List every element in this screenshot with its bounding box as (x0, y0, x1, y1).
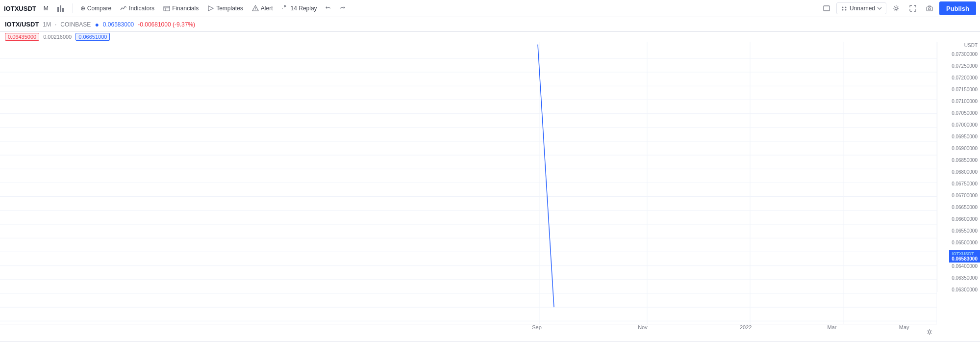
price-tick-3: 0.07200000 (952, 75, 978, 80)
price-tick-8: 0.06950000 (952, 134, 978, 139)
exchange-name: COINBASE (60, 21, 91, 28)
price-tick-17: 0.06500000 (952, 240, 978, 245)
price-tick-20: 0.06350000 (952, 275, 978, 281)
svg-point-12 (842, 7, 844, 8)
settings-button[interactable] (889, 1, 903, 15)
price-tick-15: 0.06600000 (952, 216, 978, 222)
indicators-icon (120, 5, 127, 12)
bar-chart-icon (57, 5, 65, 12)
chart-type-button[interactable] (54, 3, 69, 14)
price-axis: USDT 0.07300000 0.07250000 0.07200000 0.… (937, 42, 980, 292)
svg-point-7 (255, 9, 255, 10)
time-axis: Sep Nov 2022 Mar May (0, 324, 937, 341)
templates-button[interactable]: Templates (204, 3, 247, 14)
iotx-pair-label: IOTXUSDT (952, 251, 978, 256)
symbol-name: IOTX/USDT (5, 21, 39, 28)
replay-button[interactable]: 14 Replay (278, 3, 321, 14)
price-tick-9: 0.06900000 (952, 146, 978, 151)
gear-icon (893, 5, 900, 12)
undo-icon (325, 5, 332, 12)
timeframe-display: 1M (43, 21, 51, 28)
usdt-label: USDT (964, 43, 978, 48)
svg-point-14 (842, 9, 844, 11)
price-tick-14: 0.06650000 (952, 205, 978, 210)
chevron-down-icon (877, 7, 882, 10)
price-tick-6: 0.07050000 (952, 110, 978, 116)
price-tick-2: 0.07250000 (952, 63, 978, 69)
chart-container: USDT 0.07300000 0.07250000 0.07200000 0.… (0, 42, 980, 324)
exchange-label: · (55, 21, 56, 28)
current-price: 0.06583000 (103, 21, 134, 28)
price-tick-5: 0.07100000 (952, 99, 978, 104)
unnamed-label: Unnamed (850, 5, 875, 12)
price-tick-19: 0.06400000 (952, 263, 978, 269)
redo-icon (339, 5, 346, 12)
price-tick-13: 0.06700000 (952, 193, 978, 198)
svg-rect-3 (164, 6, 170, 11)
svg-point-18 (929, 8, 930, 10)
symbol-bar: IOTX/USDT 1M · COINBASE ● 0.06583000 -0.… (0, 17, 980, 32)
svg-point-15 (845, 9, 847, 11)
layout-selector[interactable]: Unnamed (836, 2, 886, 14)
fullscreen-toggle[interactable] (820, 1, 833, 15)
chart-svg (0, 42, 937, 324)
rectangle-icon (823, 5, 830, 11)
camera-icon (926, 5, 933, 11)
svg-point-44 (929, 331, 931, 333)
price-tick-10: 0.06850000 (952, 158, 978, 163)
screenshot-button[interactable] (923, 1, 936, 15)
undo-button[interactable] (323, 3, 334, 14)
timeframe-label: M (44, 5, 49, 12)
svg-rect-2 (62, 8, 64, 12)
chart-area[interactable] (0, 42, 937, 324)
time-sep: Sep (532, 324, 542, 330)
compare-button[interactable]: ⊕ Compare (77, 3, 115, 14)
redo-button[interactable] (336, 3, 348, 14)
price-change: -0.00681000 (-9.37%) (138, 21, 195, 28)
alert-button[interactable]: Alert (249, 3, 276, 14)
time-may: May (899, 324, 909, 330)
layout-icon (841, 5, 848, 11)
close-price: 0.06651000 (75, 33, 110, 41)
svg-point-16 (895, 7, 898, 10)
expand-button[interactable] (906, 1, 920, 15)
right-toolbar: Unnamed Publish (820, 1, 976, 15)
chart-gear-icon (926, 329, 933, 336)
price-tick-11: 0.06800000 (952, 169, 978, 175)
price-tick-12: 0.06750000 (952, 181, 978, 186)
financials-icon (163, 5, 170, 12)
open-price: 0.06435000 (5, 33, 39, 41)
price-tick-4: 0.07150000 (952, 87, 978, 92)
svg-rect-0 (57, 7, 59, 12)
sep1 (73, 3, 73, 13)
price-tick-7: 0.07000000 (952, 122, 978, 128)
time-nov: Nov (638, 324, 648, 330)
svg-rect-11 (824, 6, 829, 11)
val2: 0.00216000 (43, 34, 72, 40)
status-dot: ● (95, 21, 99, 28)
indicators-button[interactable]: Indicators (117, 3, 158, 14)
price-tick-16: 0.06550000 (952, 228, 978, 234)
templates-icon (207, 5, 214, 12)
replay-icon (282, 5, 289, 12)
svg-point-13 (845, 7, 847, 8)
financials-button[interactable]: Financials (160, 3, 202, 14)
alert-icon (252, 5, 259, 12)
price-tick-1: 0.07300000 (952, 52, 978, 57)
timeframe-button[interactable]: M (40, 3, 52, 14)
chart-settings-button[interactable] (926, 329, 933, 337)
svg-marker-9 (326, 6, 327, 9)
expand-icon (909, 5, 916, 12)
svg-rect-1 (60, 5, 61, 12)
current-price-value: 0.06583000 (952, 256, 978, 262)
compare-icon: ⊕ (80, 5, 85, 12)
ohlc-row: 0.06435000 0.00216000 0.06651000 (0, 32, 980, 42)
current-price-label: IOTXUSDT 0.06583000 (949, 250, 980, 263)
toolbar: IOTXUSDT M ⊕ Compare Indicators Financia… (0, 0, 980, 17)
time-2022: 2022 (740, 324, 752, 330)
publish-button[interactable]: Publish (939, 1, 976, 15)
time-mar: Mar (827, 324, 836, 330)
ticker-label: IOTXUSDT (4, 5, 36, 12)
replay-label: 14 Replay (291, 5, 317, 12)
svg-marker-10 (344, 6, 345, 9)
